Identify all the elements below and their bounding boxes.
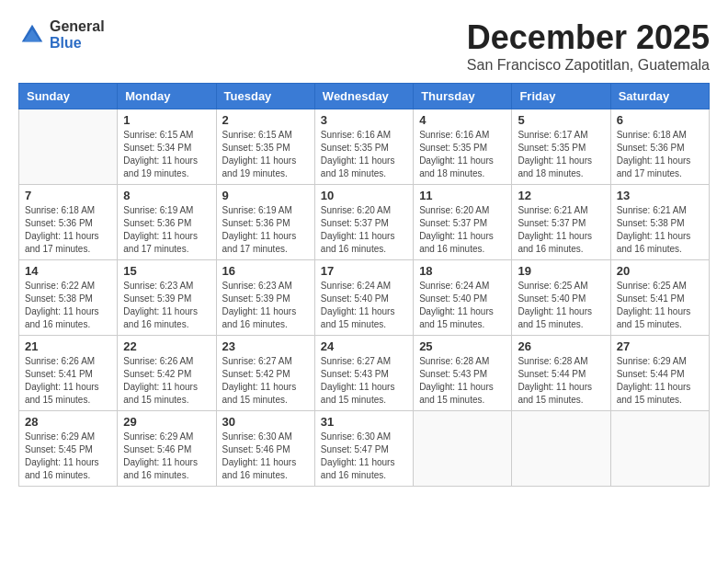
cell-info: Sunrise: 6:23 AM Sunset: 5:39 PM Dayligh… bbox=[123, 280, 210, 331]
date-number: 28 bbox=[25, 415, 111, 429]
calendar-cell bbox=[19, 109, 118, 185]
calendar-cell: 14Sunrise: 6:22 AM Sunset: 5:38 PM Dayli… bbox=[19, 260, 118, 336]
cell-info: Sunrise: 6:29 AM Sunset: 5:45 PM Dayligh… bbox=[25, 431, 111, 482]
date-number: 17 bbox=[321, 264, 407, 278]
date-number: 5 bbox=[518, 113, 604, 127]
date-number: 30 bbox=[222, 415, 309, 429]
calendar-cell: 29Sunrise: 6:29 AM Sunset: 5:46 PM Dayli… bbox=[118, 411, 216, 487]
calendar-cell: 18Sunrise: 6:24 AM Sunset: 5:40 PM Dayli… bbox=[414, 260, 512, 336]
cell-info: Sunrise: 6:25 AM Sunset: 5:41 PM Dayligh… bbox=[617, 280, 703, 331]
date-number: 11 bbox=[419, 189, 506, 202]
calendar-cell: 27Sunrise: 6:29 AM Sunset: 5:44 PM Dayli… bbox=[610, 336, 709, 411]
logo-icon bbox=[18, 21, 46, 49]
cell-info: Sunrise: 6:17 AM Sunset: 5:35 PM Dayligh… bbox=[518, 129, 604, 180]
date-number: 16 bbox=[222, 264, 309, 278]
date-number: 10 bbox=[321, 189, 407, 202]
cell-info: Sunrise: 6:27 AM Sunset: 5:43 PM Dayligh… bbox=[321, 355, 407, 407]
calendar-cell bbox=[414, 411, 512, 487]
header: General Blue December 2025 San Francisco… bbox=[18, 18, 710, 74]
calendar-cell: 10Sunrise: 6:20 AM Sunset: 5:37 PM Dayli… bbox=[314, 185, 413, 260]
week-row-1: 1Sunrise: 6:15 AM Sunset: 5:34 PM Daylig… bbox=[19, 109, 710, 185]
date-number: 26 bbox=[518, 339, 604, 353]
calendar-cell: 25Sunrise: 6:28 AM Sunset: 5:43 PM Dayli… bbox=[414, 336, 512, 411]
cell-info: Sunrise: 6:16 AM Sunset: 5:35 PM Dayligh… bbox=[419, 129, 506, 180]
week-row-3: 14Sunrise: 6:22 AM Sunset: 5:38 PM Dayli… bbox=[19, 260, 710, 336]
date-number: 2 bbox=[222, 113, 309, 127]
date-number: 22 bbox=[123, 339, 210, 353]
day-header-friday: Friday bbox=[512, 84, 610, 109]
date-number: 12 bbox=[518, 189, 604, 202]
logo-general-text: General bbox=[50, 18, 105, 35]
date-number: 29 bbox=[123, 415, 210, 429]
date-number: 9 bbox=[222, 189, 309, 202]
calendar-cell: 12Sunrise: 6:21 AM Sunset: 5:37 PM Dayli… bbox=[512, 185, 610, 260]
cell-info: Sunrise: 6:26 AM Sunset: 5:41 PM Dayligh… bbox=[25, 355, 111, 407]
day-header-thursday: Thursday bbox=[414, 84, 512, 109]
calendar-cell bbox=[512, 411, 610, 487]
cell-info: Sunrise: 6:22 AM Sunset: 5:38 PM Dayligh… bbox=[25, 280, 111, 331]
calendar-cell: 19Sunrise: 6:25 AM Sunset: 5:40 PM Dayli… bbox=[512, 260, 610, 336]
calendar-cell: 28Sunrise: 6:29 AM Sunset: 5:45 PM Dayli… bbox=[19, 411, 118, 487]
date-number: 1 bbox=[123, 113, 210, 127]
calendar-cell: 24Sunrise: 6:27 AM Sunset: 5:43 PM Dayli… bbox=[314, 336, 413, 411]
date-number: 31 bbox=[321, 415, 407, 429]
cell-info: Sunrise: 6:29 AM Sunset: 5:46 PM Dayligh… bbox=[123, 431, 210, 482]
logo-blue-text: Blue bbox=[50, 35, 105, 52]
calendar-cell: 30Sunrise: 6:30 AM Sunset: 5:46 PM Dayli… bbox=[216, 411, 314, 487]
week-row-2: 7Sunrise: 6:18 AM Sunset: 5:36 PM Daylig… bbox=[19, 185, 710, 260]
calendar-cell: 22Sunrise: 6:26 AM Sunset: 5:42 PM Dayli… bbox=[118, 336, 216, 411]
date-number: 25 bbox=[419, 339, 506, 353]
cell-info: Sunrise: 6:19 AM Sunset: 5:36 PM Dayligh… bbox=[123, 204, 210, 256]
calendar-cell: 20Sunrise: 6:25 AM Sunset: 5:41 PM Dayli… bbox=[610, 260, 709, 336]
day-header-tuesday: Tuesday bbox=[216, 84, 314, 109]
cell-info: Sunrise: 6:26 AM Sunset: 5:42 PM Dayligh… bbox=[123, 355, 210, 407]
date-number: 7 bbox=[25, 189, 111, 202]
date-number: 18 bbox=[419, 264, 506, 278]
calendar-cell: 6Sunrise: 6:18 AM Sunset: 5:36 PM Daylig… bbox=[610, 109, 709, 185]
cell-info: Sunrise: 6:24 AM Sunset: 5:40 PM Dayligh… bbox=[321, 280, 407, 331]
date-number: 4 bbox=[419, 113, 506, 127]
calendar-cell: 1Sunrise: 6:15 AM Sunset: 5:34 PM Daylig… bbox=[118, 109, 216, 185]
date-number: 6 bbox=[617, 113, 703, 127]
calendar-cell: 26Sunrise: 6:28 AM Sunset: 5:44 PM Dayli… bbox=[512, 336, 610, 411]
date-number: 15 bbox=[123, 264, 210, 278]
calendar-cell: 2Sunrise: 6:15 AM Sunset: 5:35 PM Daylig… bbox=[216, 109, 314, 185]
date-number: 24 bbox=[321, 339, 407, 353]
cell-info: Sunrise: 6:19 AM Sunset: 5:36 PM Dayligh… bbox=[222, 204, 309, 256]
cell-info: Sunrise: 6:28 AM Sunset: 5:44 PM Dayligh… bbox=[518, 355, 604, 407]
cell-info: Sunrise: 6:20 AM Sunset: 5:37 PM Dayligh… bbox=[419, 204, 506, 256]
calendar-cell: 15Sunrise: 6:23 AM Sunset: 5:39 PM Dayli… bbox=[118, 260, 216, 336]
cell-info: Sunrise: 6:20 AM Sunset: 5:37 PM Dayligh… bbox=[321, 204, 407, 256]
date-number: 19 bbox=[518, 264, 604, 278]
day-header-saturday: Saturday bbox=[610, 84, 709, 109]
cell-info: Sunrise: 6:30 AM Sunset: 5:46 PM Dayligh… bbox=[222, 431, 309, 482]
calendar-cell: 7Sunrise: 6:18 AM Sunset: 5:36 PM Daylig… bbox=[19, 185, 118, 260]
date-number: 3 bbox=[321, 113, 407, 127]
date-number: 23 bbox=[222, 339, 309, 353]
calendar-cell: 17Sunrise: 6:24 AM Sunset: 5:40 PM Dayli… bbox=[314, 260, 413, 336]
cell-info: Sunrise: 6:21 AM Sunset: 5:37 PM Dayligh… bbox=[518, 204, 604, 256]
cell-info: Sunrise: 6:23 AM Sunset: 5:39 PM Dayligh… bbox=[222, 280, 309, 331]
calendar-cell: 21Sunrise: 6:26 AM Sunset: 5:41 PM Dayli… bbox=[19, 336, 118, 411]
date-number: 13 bbox=[617, 189, 703, 202]
day-header-sunday: Sunday bbox=[19, 84, 118, 109]
calendar-cell: 5Sunrise: 6:17 AM Sunset: 5:35 PM Daylig… bbox=[512, 109, 610, 185]
date-number: 14 bbox=[25, 264, 111, 278]
day-header-monday: Monday bbox=[118, 84, 216, 109]
date-number: 21 bbox=[25, 339, 111, 353]
calendar-cell: 9Sunrise: 6:19 AM Sunset: 5:36 PM Daylig… bbox=[216, 185, 314, 260]
logo: General Blue bbox=[18, 18, 105, 51]
cell-info: Sunrise: 6:18 AM Sunset: 5:36 PM Dayligh… bbox=[617, 129, 703, 180]
cell-info: Sunrise: 6:24 AM Sunset: 5:40 PM Dayligh… bbox=[419, 280, 506, 331]
week-row-5: 28Sunrise: 6:29 AM Sunset: 5:45 PM Dayli… bbox=[19, 411, 710, 487]
calendar-cell: 13Sunrise: 6:21 AM Sunset: 5:38 PM Dayli… bbox=[610, 185, 709, 260]
header-row: SundayMondayTuesdayWednesdayThursdayFrid… bbox=[19, 84, 710, 109]
calendar-cell bbox=[610, 411, 709, 487]
calendar-cell: 11Sunrise: 6:20 AM Sunset: 5:37 PM Dayli… bbox=[414, 185, 512, 260]
cell-info: Sunrise: 6:18 AM Sunset: 5:36 PM Dayligh… bbox=[25, 204, 111, 256]
calendar-cell: 23Sunrise: 6:27 AM Sunset: 5:42 PM Dayli… bbox=[216, 336, 314, 411]
cell-info: Sunrise: 6:29 AM Sunset: 5:44 PM Dayligh… bbox=[617, 355, 703, 407]
calendar-cell: 8Sunrise: 6:19 AM Sunset: 5:36 PM Daylig… bbox=[118, 185, 216, 260]
cell-info: Sunrise: 6:21 AM Sunset: 5:38 PM Dayligh… bbox=[617, 204, 703, 256]
cell-info: Sunrise: 6:25 AM Sunset: 5:40 PM Dayligh… bbox=[518, 280, 604, 331]
